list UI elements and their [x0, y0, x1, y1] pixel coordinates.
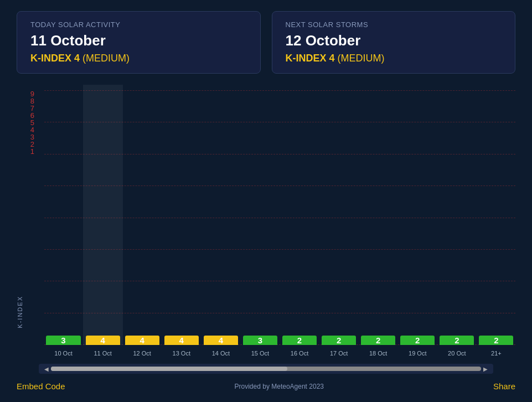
x-label: 18 Oct [359, 345, 397, 362]
bar-group: 2 [438, 336, 476, 345]
chart-body: 344443222222 10 Oct11 Oct12 Oct13 Oct14 … [44, 85, 515, 362]
bar: 3 [243, 336, 277, 345]
embed-code-link[interactable]: Embed Code [17, 382, 65, 391]
x-label: 10 Oct [44, 345, 82, 362]
next-card-kindex: K-INDEX 4 (MEDIUM) [286, 53, 502, 64]
x-labels: 10 Oct11 Oct12 Oct13 Oct14 Oct15 Oct16 O… [44, 345, 515, 362]
x-label: 19 Oct [399, 345, 437, 362]
bar-group: 4 [84, 336, 122, 345]
bar: 4 [125, 336, 159, 345]
next-card-label: NEXT SOLAR STORMS [286, 20, 502, 29]
today-kindex-value: K-INDEX 4 [30, 53, 80, 64]
y-axis: 987654321 [17, 85, 39, 172]
chart-container: 987654321 K-INDEX 344443222222 10 Oct11 … [17, 85, 515, 376]
scroll-right-arrow[interactable]: ▶ [481, 366, 490, 372]
bar: 2 [322, 336, 356, 345]
kindex-axis-label: K-INDEX [17, 296, 23, 328]
x-label: 12 Oct [123, 345, 161, 362]
footer: Embed Code Provided by MeteoAgent 2023 S… [17, 376, 515, 391]
bar: 2 [282, 336, 317, 345]
x-label: 16 Oct [280, 345, 318, 362]
bar-group: 2 [477, 336, 515, 345]
bar-group: 4 [123, 336, 161, 345]
next-kindex-value: K-INDEX 4 [286, 53, 335, 64]
x-label: 11 Oct [84, 345, 122, 362]
scrollbar-thumb[interactable] [51, 367, 287, 371]
main-container: TODAY SOLAR ACTIVITY 11 October K-INDEX … [0, 0, 532, 402]
bar-group: 2 [280, 336, 318, 345]
bar-group: 4 [162, 336, 200, 345]
bar: 2 [400, 336, 435, 345]
today-card: TODAY SOLAR ACTIVITY 11 October K-INDEX … [17, 11, 261, 74]
bar: 3 [46, 336, 80, 345]
bar-group: 3 [241, 336, 279, 345]
today-kindex-severity: (MEDIUM) [82, 53, 130, 64]
x-label: 17 Oct [320, 345, 358, 362]
x-label: 21+ [477, 345, 515, 362]
bar-group: 4 [202, 336, 240, 345]
bar: 4 [164, 336, 199, 345]
x-label: 20 Oct [438, 345, 476, 362]
credit-text: Provided by MeteoAgent 2023 [235, 383, 324, 390]
x-label: 14 Oct [202, 345, 240, 362]
scrollbar-area[interactable]: ◀ ▶ [39, 364, 493, 374]
next-kindex-severity: (MEDIUM) [338, 53, 385, 64]
chart-area: 987654321 K-INDEX 344443222222 10 Oct11 … [17, 85, 515, 362]
y-label: 1 [30, 148, 34, 155]
today-card-kindex: K-INDEX 4 (MEDIUM) [30, 53, 247, 64]
top-cards: TODAY SOLAR ACTIVITY 11 October K-INDEX … [17, 11, 515, 74]
bar-group: 2 [399, 336, 437, 345]
bar-group: 2 [359, 336, 397, 345]
bar: 4 [204, 336, 238, 345]
scrollbar-track[interactable] [51, 367, 481, 371]
bar: 2 [440, 336, 474, 345]
x-label: 13 Oct [162, 345, 200, 362]
next-card: NEXT SOLAR STORMS 12 October K-INDEX 4 (… [272, 11, 516, 74]
bar: 2 [479, 336, 513, 345]
share-link[interactable]: Share [493, 382, 515, 391]
today-card-date: 11 October [30, 32, 247, 49]
today-card-label: TODAY SOLAR ACTIVITY [30, 20, 247, 29]
next-card-date: 12 October [286, 32, 502, 49]
bars-row: 344443222222 [44, 90, 515, 345]
x-label: 15 Oct [241, 345, 279, 362]
scroll-left-arrow[interactable]: ◀ [42, 366, 51, 372]
bar-group: 2 [320, 336, 358, 345]
bar: 2 [361, 336, 395, 345]
bar-group: 3 [44, 336, 82, 345]
bar: 4 [86, 336, 120, 345]
